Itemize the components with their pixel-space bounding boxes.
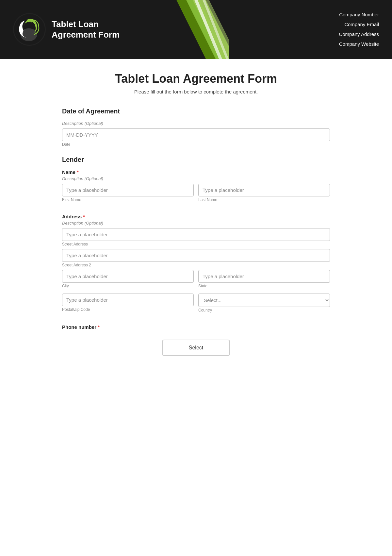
street1-input[interactable] xyxy=(62,228,330,241)
header-company-info: Company Number Company Email Company Add… xyxy=(339,10,379,49)
company-number: Company Number xyxy=(339,10,379,20)
form-main: Tablet Loan Agreement Form Please fill o… xyxy=(56,59,336,376)
street2-sub: Street Address 2 xyxy=(62,263,330,267)
date-input[interactable] xyxy=(62,128,330,141)
lender-name-group: Name* Description (Optional) First Name … xyxy=(62,169,330,205)
street1-sub: Street Address xyxy=(62,242,330,246)
state-sub: State xyxy=(198,284,330,288)
header-left: Tablet Loan Agreement Form xyxy=(13,13,120,46)
date-section-label: Date of Agreement xyxy=(62,108,330,115)
phone-required-star: * xyxy=(98,324,100,330)
last-name-wrap: Last Name xyxy=(198,184,330,202)
company-address: Company Address xyxy=(339,29,379,39)
date-field-wrap: Date xyxy=(62,128,330,147)
state-wrap: State xyxy=(198,270,330,288)
phone-number-group: Phone number* xyxy=(62,324,330,330)
first-name-input[interactable] xyxy=(62,184,194,196)
header-title: Tablet Loan Agreement Form xyxy=(52,19,120,40)
form-title: Tablet Loan Agreement Form xyxy=(62,72,330,86)
date-sub-label: Date xyxy=(62,142,330,147)
header-decoration xyxy=(157,0,229,59)
zip-input[interactable] xyxy=(62,294,194,306)
name-description: Description (Optional) xyxy=(62,176,330,181)
address-required-star: * xyxy=(83,214,85,219)
name-label: Name* xyxy=(62,169,330,175)
svg-point-1 xyxy=(31,20,33,22)
company-email: Company Email xyxy=(339,20,379,29)
state-input[interactable] xyxy=(198,270,330,283)
country-select[interactable]: Select... United States United Kingdom C… xyxy=(198,294,330,307)
country-sub: Country xyxy=(198,308,330,312)
lender-section-label: Lender xyxy=(62,156,330,163)
city-wrap: City xyxy=(62,270,194,288)
logo xyxy=(13,13,46,46)
zip-sub: Postal/Zip Code xyxy=(62,307,194,312)
name-row: First Name Last Name xyxy=(62,184,330,205)
street2-input[interactable] xyxy=(62,249,330,262)
first-name-sub: First Name xyxy=(62,197,194,202)
form-subtitle: Please fill out the form below to comple… xyxy=(62,89,330,94)
lender-address-group: Address* Description (Optional) Street A… xyxy=(62,214,330,315)
first-name-wrap: First Name xyxy=(62,184,194,202)
name-required-star: * xyxy=(77,169,79,175)
phone-label: Phone number* xyxy=(62,324,330,330)
address-label: Address* xyxy=(62,214,330,219)
date-description: Description (Optional) xyxy=(62,121,330,126)
city-input[interactable] xyxy=(62,270,194,283)
city-state-row: City State xyxy=(62,270,330,291)
zip-wrap: Postal/Zip Code xyxy=(62,294,194,312)
street2-wrap: Street Address 2 xyxy=(62,249,330,267)
street1-wrap: Street Address xyxy=(62,228,330,246)
page-header: Tablet Loan Agreement Form Company Numbe… xyxy=(0,0,392,59)
date-of-agreement-group: Date of Agreement Description (Optional)… xyxy=(62,108,330,147)
select-button[interactable]: Select xyxy=(162,340,230,356)
logo-icon xyxy=(15,15,44,44)
select-button-wrap: Select xyxy=(62,340,330,356)
address-description: Description (Optional) xyxy=(62,221,330,226)
company-website: Company Website xyxy=(339,39,379,49)
zip-country-row: Postal/Zip Code Select... United States … xyxy=(62,294,330,315)
country-wrap: Select... United States United Kingdom C… xyxy=(198,294,330,312)
last-name-sub: Last Name xyxy=(198,197,330,202)
last-name-input[interactable] xyxy=(198,184,330,196)
city-sub: City xyxy=(62,284,194,288)
